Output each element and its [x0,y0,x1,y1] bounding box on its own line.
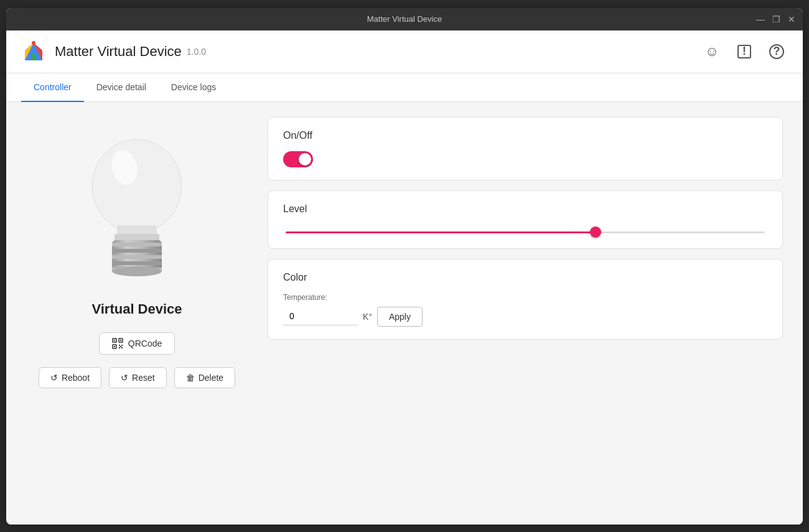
svg-point-0 [32,41,35,45]
svg-rect-6 [112,243,162,246]
main-content: Virtual Device QRCode [6,102,803,525]
reset-button[interactable]: ↺ Reset [109,367,167,388]
reset-label: Reset [132,373,155,383]
svg-rect-21 [121,347,123,348]
app-header: Matter Virtual Device 1.0.0 ☺ ! ? [6,30,803,73]
svg-rect-9 [112,261,162,265]
title-bar: Matter Virtual Device — ❐ ✕ [6,8,803,30]
alert-icon: ! [737,45,751,58]
slider-wrapper [283,225,767,236]
reboot-icon: ↺ [50,373,58,383]
qrcode-label: QRCode [128,338,162,348]
color-label: Color [283,272,767,283]
delete-icon: 🗑 [186,373,195,383]
tab-device-logs[interactable]: Device logs [159,73,228,102]
reset-icon: ↺ [121,373,128,383]
left-panel: Virtual Device QRCode [6,102,268,525]
reboot-label: Reboot [62,373,90,383]
temp-label: Temperature: [283,293,767,302]
right-panel: On/Off Level Color Tempe [268,102,803,525]
svg-rect-20 [119,347,120,348]
temp-unit: K° [363,312,372,322]
header-actions: ☺ ! ? [701,40,788,63]
emoji-icon: ☺ [705,44,719,60]
svg-point-11 [112,266,162,276]
app-title: Matter Virtual Device [55,44,182,60]
minimize-button[interactable]: — [756,15,765,24]
bulb-image [75,127,199,289]
svg-rect-13 [114,340,115,341]
qrcode-icon [112,338,123,349]
temp-input[interactable] [283,307,358,325]
on-off-label: On/Off [283,130,767,141]
level-slider[interactable] [286,231,765,233]
apply-button[interactable]: Apply [377,307,423,327]
tab-device-detail[interactable]: Device detail [84,73,159,102]
level-label: Level [283,203,767,215]
app-version: 1.0.0 [187,47,206,57]
temp-row: K° Apply [283,307,767,327]
toggle-wrapper [283,151,767,167]
tabs-bar: Controller Device detail Device logs [6,73,803,102]
action-buttons: ↺ Reboot ↺ Reset 🗑 Delete [39,367,235,388]
svg-rect-3 [117,225,157,235]
on-off-toggle[interactable] [283,151,313,167]
app-logo [21,39,46,64]
reboot-button[interactable]: ↺ Reboot [39,367,101,388]
toggle-thumb [299,153,311,166]
svg-rect-7 [112,249,162,253]
maximize-button[interactable]: ❐ [772,15,780,24]
color-card: Color Temperature: K° Apply [268,259,783,340]
close-button[interactable]: ✕ [788,15,795,24]
help-button[interactable]: ? [765,40,788,63]
svg-point-1 [92,139,182,233]
on-off-card: On/Off [268,117,783,180]
tab-controller[interactable]: Controller [21,73,84,102]
svg-rect-17 [114,346,115,347]
delete-button[interactable]: 🗑 Delete [174,367,235,388]
window-controls: — ❐ ✕ [756,15,795,24]
svg-rect-19 [121,345,123,346]
svg-rect-18 [119,345,120,346]
svg-rect-22 [120,346,121,347]
app-window: Matter Virtual Device — ❐ ✕ Matter Virtu… [6,8,803,525]
svg-rect-8 [112,255,162,259]
device-name: Virtual Device [91,301,182,317]
qrcode-button[interactable]: QRCode [99,332,175,355]
help-icon: ? [769,44,784,59]
delete-label: Delete [199,373,223,383]
title-bar-text: Matter Virtual Device [367,14,442,24]
level-card: Level [268,190,783,249]
svg-rect-15 [120,340,121,341]
emoji-button[interactable]: ☺ [701,40,723,63]
alert-button[interactable]: ! [733,40,755,63]
